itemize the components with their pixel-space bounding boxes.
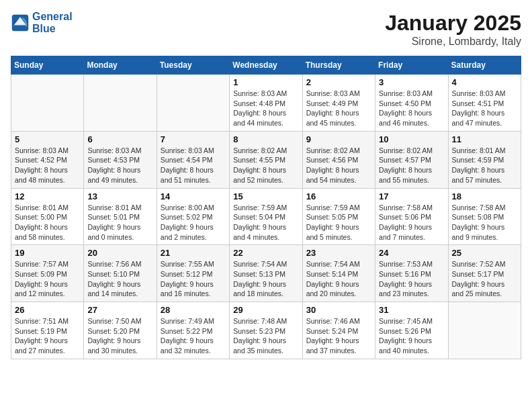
calendar-day-cell: 11Sunrise: 8:01 AM Sunset: 4:59 PM Dayli…	[448, 131, 521, 188]
day-number: 23	[306, 248, 371, 258]
day-number: 10	[379, 134, 444, 144]
weekday-header-wednesday: Wednesday	[230, 56, 302, 75]
day-number: 26	[15, 305, 80, 315]
day-number: 12	[15, 191, 80, 201]
day-info: Sunrise: 7:48 AM Sunset: 5:23 PM Dayligh…	[233, 316, 298, 356]
day-info: Sunrise: 7:52 AM Sunset: 5:17 PM Dayligh…	[452, 259, 517, 299]
day-number: 15	[233, 191, 298, 201]
calendar-day-cell: 15Sunrise: 7:59 AM Sunset: 5:04 PM Dayli…	[230, 188, 302, 245]
logo: General Blue	[11, 11, 73, 36]
calendar-table: SundayMondayTuesdayWednesdayThursdayFrid…	[11, 56, 521, 359]
day-number: 5	[15, 134, 80, 144]
day-info: Sunrise: 8:03 AM Sunset: 4:53 PM Dayligh…	[87, 146, 152, 185]
calendar-day-cell: 9Sunrise: 8:02 AM Sunset: 4:56 PM Daylig…	[302, 131, 375, 188]
day-info: Sunrise: 8:03 AM Sunset: 4:54 PM Dayligh…	[161, 146, 226, 185]
day-number: 4	[452, 77, 517, 87]
logo-text: General Blue	[32, 11, 73, 36]
day-info: Sunrise: 7:56 AM Sunset: 5:10 PM Dayligh…	[87, 259, 152, 299]
calendar-day-cell: 24Sunrise: 7:53 AM Sunset: 5:16 PM Dayli…	[375, 245, 448, 302]
day-number: 22	[233, 248, 298, 258]
calendar-day-cell: 29Sunrise: 7:48 AM Sunset: 5:23 PM Dayli…	[230, 302, 302, 359]
day-info: Sunrise: 8:03 AM Sunset: 4:51 PM Dayligh…	[452, 89, 517, 128]
calendar-day-cell: 26Sunrise: 7:51 AM Sunset: 5:19 PM Dayli…	[11, 302, 84, 359]
day-number: 6	[87, 134, 152, 144]
calendar-week-3: 12Sunrise: 8:01 AM Sunset: 5:00 PM Dayli…	[11, 188, 521, 245]
day-info: Sunrise: 7:59 AM Sunset: 5:04 PM Dayligh…	[233, 203, 298, 242]
weekday-header-saturday: Saturday	[448, 56, 521, 75]
calendar-day-cell: 12Sunrise: 8:01 AM Sunset: 5:00 PM Dayli…	[11, 188, 84, 245]
calendar-day-cell: 18Sunrise: 7:58 AM Sunset: 5:08 PM Dayli…	[448, 188, 521, 245]
day-info: Sunrise: 8:01 AM Sunset: 5:00 PM Dayligh…	[15, 203, 80, 242]
calendar-day-cell: 28Sunrise: 7:49 AM Sunset: 5:22 PM Dayli…	[157, 302, 229, 359]
calendar-day-cell: 25Sunrise: 7:52 AM Sunset: 5:17 PM Dayli…	[448, 245, 521, 302]
calendar-day-cell: 1Sunrise: 8:03 AM Sunset: 4:48 PM Daylig…	[230, 75, 302, 132]
day-number: 9	[306, 134, 371, 144]
calendar-day-cell: 13Sunrise: 8:01 AM Sunset: 5:01 PM Dayli…	[84, 188, 157, 245]
day-number: 20	[87, 248, 152, 258]
day-number: 3	[379, 77, 444, 87]
day-info: Sunrise: 7:50 AM Sunset: 5:20 PM Dayligh…	[87, 316, 152, 356]
calendar-day-cell: 2Sunrise: 8:03 AM Sunset: 4:49 PM Daylig…	[302, 75, 375, 132]
calendar-day-cell: 19Sunrise: 7:57 AM Sunset: 5:09 PM Dayli…	[11, 245, 84, 302]
day-info: Sunrise: 7:54 AM Sunset: 5:13 PM Dayligh…	[233, 259, 298, 299]
day-number: 31	[379, 305, 444, 315]
weekday-header-row: SundayMondayTuesdayWednesdayThursdayFrid…	[11, 56, 521, 75]
weekday-header-tuesday: Tuesday	[157, 56, 229, 75]
weekday-header-sunday: Sunday	[11, 56, 84, 75]
calendar-day-cell: 27Sunrise: 7:50 AM Sunset: 5:20 PM Dayli…	[84, 302, 157, 359]
title-area: January 2025 Sirone, Lombardy, Italy	[385, 11, 521, 48]
day-number: 7	[161, 134, 226, 144]
logo-icon	[11, 13, 30, 32]
calendar-day-cell: 30Sunrise: 7:46 AM Sunset: 5:24 PM Dayli…	[302, 302, 375, 359]
day-number: 19	[15, 248, 80, 258]
calendar-day-cell: 23Sunrise: 7:54 AM Sunset: 5:14 PM Dayli…	[302, 245, 375, 302]
weekday-header-monday: Monday	[84, 56, 157, 75]
day-info: Sunrise: 8:03 AM Sunset: 4:48 PM Dayligh…	[233, 89, 298, 128]
day-number: 16	[306, 191, 371, 201]
day-number: 2	[306, 77, 371, 87]
day-info: Sunrise: 8:01 AM Sunset: 5:01 PM Dayligh…	[87, 203, 152, 242]
day-info: Sunrise: 7:58 AM Sunset: 5:06 PM Dayligh…	[379, 203, 444, 242]
day-info: Sunrise: 7:46 AM Sunset: 5:24 PM Dayligh…	[306, 316, 371, 356]
calendar-day-cell: 5Sunrise: 8:03 AM Sunset: 4:52 PM Daylig…	[11, 131, 84, 188]
day-number: 27	[87, 305, 152, 315]
day-info: Sunrise: 7:57 AM Sunset: 5:09 PM Dayligh…	[15, 259, 80, 299]
day-info: Sunrise: 7:55 AM Sunset: 5:12 PM Dayligh…	[161, 259, 226, 299]
day-info: Sunrise: 8:02 AM Sunset: 4:55 PM Dayligh…	[233, 146, 298, 185]
day-info: Sunrise: 8:03 AM Sunset: 4:49 PM Dayligh…	[306, 89, 371, 128]
day-info: Sunrise: 8:01 AM Sunset: 4:59 PM Dayligh…	[452, 146, 517, 185]
calendar-day-cell: 21Sunrise: 7:55 AM Sunset: 5:12 PM Dayli…	[157, 245, 229, 302]
day-number: 17	[379, 191, 444, 201]
header: General Blue January 2025 Sirone, Lombar…	[11, 11, 521, 48]
calendar-day-cell: 22Sunrise: 7:54 AM Sunset: 5:13 PM Dayli…	[230, 245, 302, 302]
day-number: 28	[161, 305, 226, 315]
weekday-header-friday: Friday	[375, 56, 448, 75]
calendar-day-cell: 6Sunrise: 8:03 AM Sunset: 4:53 PM Daylig…	[84, 131, 157, 188]
svg-rect-2	[13, 26, 28, 28]
calendar-day-cell: 10Sunrise: 8:02 AM Sunset: 4:57 PM Dayli…	[375, 131, 448, 188]
day-number: 8	[233, 134, 298, 144]
calendar-title: January 2025	[385, 11, 521, 36]
day-info: Sunrise: 7:45 AM Sunset: 5:26 PM Dayligh…	[379, 316, 444, 356]
calendar-day-cell: 16Sunrise: 7:59 AM Sunset: 5:05 PM Dayli…	[302, 188, 375, 245]
day-info: Sunrise: 8:03 AM Sunset: 4:52 PM Dayligh…	[15, 146, 80, 185]
calendar-day-cell: 14Sunrise: 8:00 AM Sunset: 5:02 PM Dayli…	[157, 188, 229, 245]
day-number: 25	[452, 248, 517, 258]
calendar-day-cell: 7Sunrise: 8:03 AM Sunset: 4:54 PM Daylig…	[157, 131, 229, 188]
calendar-day-cell	[448, 302, 521, 359]
day-number: 21	[161, 248, 226, 258]
day-number: 30	[306, 305, 371, 315]
calendar-subtitle: Sirone, Lombardy, Italy	[385, 36, 521, 48]
weekday-header-thursday: Thursday	[302, 56, 375, 75]
calendar-week-2: 5Sunrise: 8:03 AM Sunset: 4:52 PM Daylig…	[11, 131, 521, 188]
day-number: 11	[452, 134, 517, 144]
calendar-day-cell: 4Sunrise: 8:03 AM Sunset: 4:51 PM Daylig…	[448, 75, 521, 132]
calendar-day-cell	[157, 75, 229, 132]
calendar-week-5: 26Sunrise: 7:51 AM Sunset: 5:19 PM Dayli…	[11, 302, 521, 359]
day-info: Sunrise: 7:49 AM Sunset: 5:22 PM Dayligh…	[161, 316, 226, 356]
day-info: Sunrise: 8:00 AM Sunset: 5:02 PM Dayligh…	[161, 203, 226, 242]
calendar-week-1: 1Sunrise: 8:03 AM Sunset: 4:48 PM Daylig…	[11, 75, 521, 132]
day-info: Sunrise: 8:02 AM Sunset: 4:57 PM Dayligh…	[379, 146, 444, 185]
day-number: 14	[161, 191, 226, 201]
day-info: Sunrise: 7:54 AM Sunset: 5:14 PM Dayligh…	[306, 259, 371, 299]
